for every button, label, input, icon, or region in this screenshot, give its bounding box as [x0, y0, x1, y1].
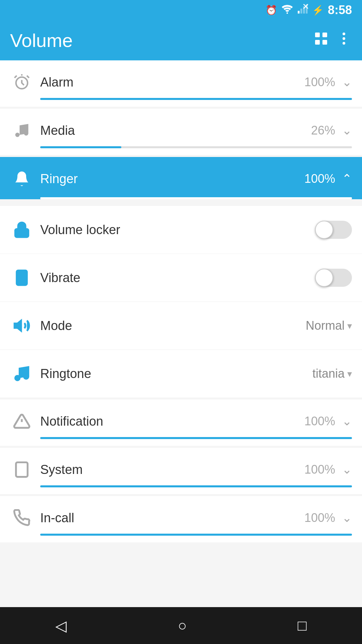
alarm-row[interactable]: Alarm 100% ⌄	[0, 60, 362, 107]
system-chevron[interactable]: ⌄	[342, 463, 352, 477]
notification-label: Notification	[40, 414, 304, 429]
svg-rect-1	[298, 11, 299, 13]
status-time: 8:58	[328, 3, 352, 17]
wifi-icon	[281, 4, 293, 16]
ringer-header[interactable]: Ringer 100% ⌃	[0, 157, 362, 197]
vibrate-knob	[315, 269, 333, 287]
ringtone-label: Ringtone	[40, 367, 312, 381]
svg-rect-18	[15, 229, 28, 237]
svg-rect-7	[315, 33, 320, 37]
notification-row-header: Notification 100% ⌄	[10, 410, 352, 433]
speaker-icon	[10, 314, 34, 337]
alarm-icon	[10, 70, 34, 94]
alarm-percent: 100%	[304, 75, 335, 89]
vibrate-label: Vibrate	[40, 271, 315, 285]
ringer-section: Ringer 100% ⌃	[0, 157, 362, 199]
system-row[interactable]: System 100% ⌄	[0, 448, 362, 494]
svg-rect-2	[300, 8, 302, 13]
svg-rect-10	[322, 40, 327, 45]
alarm-chevron[interactable]: ⌄	[342, 75, 352, 89]
volume-locker-row[interactable]: Volume locker	[0, 206, 362, 254]
mode-dropdown[interactable]: Normal ▾	[306, 319, 352, 333]
system-percent: 100%	[304, 463, 335, 477]
back-button[interactable]: ◁	[49, 610, 73, 641]
svg-point-17	[24, 131, 28, 136]
ringer-label: Ringer	[40, 172, 304, 186]
media-label: Media	[40, 123, 311, 138]
in-call-row[interactable]: In-call 100% ⌄	[0, 496, 362, 542]
system-label: System	[40, 463, 304, 477]
battery-icon: ⚡	[312, 5, 324, 16]
notification-progress-fill	[40, 437, 352, 439]
list-icon[interactable]	[313, 31, 329, 50]
svg-marker-21	[14, 321, 21, 331]
signal-icon	[297, 4, 308, 17]
in-call-progress-fill	[40, 534, 352, 536]
media-row[interactable]: Media 26% ⌄	[0, 109, 362, 155]
phone-call-icon	[10, 506, 34, 530]
home-button[interactable]: ○	[171, 610, 193, 641]
ringer-sub-items: Volume locker Vibrate	[0, 206, 362, 397]
svg-point-23	[24, 374, 28, 379]
alarm-progress	[40, 98, 352, 100]
recent-button[interactable]: □	[291, 610, 313, 641]
ringtone-dropdown-arrow: ▾	[347, 368, 352, 379]
svg-point-12	[343, 37, 345, 40]
lock-icon	[10, 218, 34, 241]
notification-icon	[10, 410, 34, 433]
volume-locker-knob	[315, 221, 333, 239]
phone-icon	[10, 266, 34, 289]
svg-point-13	[343, 42, 345, 45]
in-call-label: In-call	[40, 511, 304, 525]
ringtone-row[interactable]: Ringtone titania ▾	[0, 350, 362, 397]
ringer-chevron[interactable]: ⌃	[342, 172, 352, 186]
svg-rect-19	[17, 270, 27, 285]
media-progress-fill	[40, 146, 121, 148]
in-call-progress	[40, 534, 352, 536]
more-icon[interactable]	[336, 31, 352, 50]
mode-dropdown-arrow: ▾	[347, 320, 352, 331]
alarm-label: Alarm	[40, 75, 304, 90]
alarm-progress-fill	[40, 98, 352, 100]
media-progress	[40, 146, 352, 148]
svg-point-0	[287, 12, 288, 13]
ringer-progress-fill	[40, 197, 352, 199]
mode-value: Normal	[306, 319, 345, 333]
music-note-icon	[10, 362, 34, 385]
volume-locker-toggle[interactable]	[315, 221, 352, 239]
media-icon	[10, 119, 34, 142]
alarm-row-header: Alarm 100% ⌄	[10, 70, 352, 94]
media-percent: 26%	[311, 123, 335, 138]
notification-chevron[interactable]: ⌄	[342, 414, 352, 428]
media-row-header: Media 26% ⌄	[10, 119, 352, 142]
mode-row[interactable]: Mode Normal ▾	[0, 302, 362, 350]
svg-point-16	[15, 133, 20, 137]
svg-rect-8	[322, 33, 327, 37]
app-bar-actions	[313, 31, 352, 50]
svg-point-11	[343, 33, 345, 35]
in-call-row-header: In-call 100% ⌄	[10, 506, 352, 530]
system-row-header: System 100% ⌄	[10, 458, 352, 481]
system-progress	[40, 485, 352, 487]
media-chevron[interactable]: ⌄	[342, 123, 352, 138]
svg-point-22	[15, 376, 20, 380]
svg-rect-9	[315, 40, 320, 45]
ringer-percent: 100%	[304, 172, 335, 186]
ringer-progress	[40, 197, 352, 199]
notification-row[interactable]: Notification 100% ⌄	[0, 399, 362, 446]
vibrate-toggle[interactable]	[315, 269, 352, 287]
ringtone-dropdown[interactable]: titania ▾	[312, 367, 352, 381]
nav-bar: ◁ ○ □	[0, 607, 362, 644]
notification-progress	[40, 437, 352, 439]
in-call-percent: 100%	[304, 511, 335, 525]
alarm-status-icon: ⏰	[265, 5, 277, 16]
status-bar: ⏰ ⚡ 8:58	[0, 0, 362, 20]
app-bar-title: Volume	[10, 30, 313, 51]
app-bar: Volume	[0, 20, 362, 60]
volume-locker-label: Volume locker	[40, 223, 315, 237]
mode-label: Mode	[40, 319, 306, 333]
vibrate-row[interactable]: Vibrate	[0, 254, 362, 302]
status-icons: ⏰ ⚡ 8:58	[265, 3, 352, 17]
system-progress-fill	[40, 485, 352, 487]
in-call-chevron[interactable]: ⌄	[342, 511, 352, 525]
